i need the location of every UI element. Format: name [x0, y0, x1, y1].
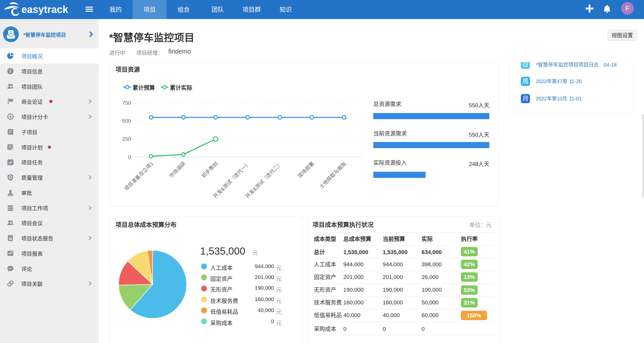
svg-text:土地获取与报批: 土地获取与报批 [318, 161, 347, 190]
svg-text:750: 750 [122, 100, 131, 106]
svg-text:500: 500 [122, 118, 131, 124]
svg-text:现场部署: 现场部署 [297, 161, 315, 179]
svg-text:项目准备及立项1: 项目准备及立项1 [123, 161, 154, 192]
svg-text:开发&测试（迭代二）: 开发&测试（迭代二） [245, 161, 283, 199]
svg-text:250: 250 [122, 136, 131, 142]
svg-text:初步策划: 初步策划 [201, 161, 219, 179]
svg-text:市场调研: 市场调研 [168, 161, 187, 179]
svg-text:开发&测试（迭代一）: 开发&测试（迭代一） [212, 161, 251, 199]
svg-text:0: 0 [128, 154, 131, 160]
